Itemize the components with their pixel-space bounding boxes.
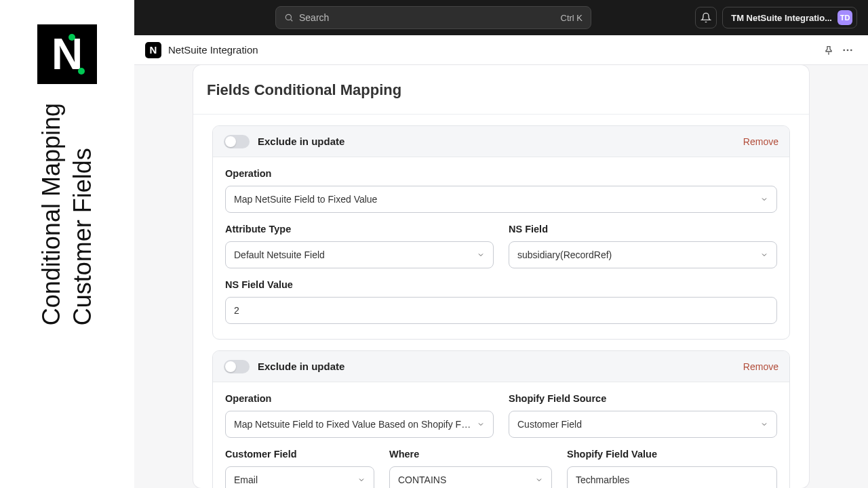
more-button[interactable] xyxy=(838,41,857,60)
left-panel: N Conditional Mapping Customer Fields xyxy=(0,0,134,488)
page-title: Fields Conditional Mapping xyxy=(207,81,795,99)
shopify-source-select[interactable]: Customer Field xyxy=(509,411,777,438)
breadcrumb-bar: N NetSuite Integration xyxy=(134,35,868,65)
exclude-toggle[interactable] xyxy=(224,135,250,148)
search-input[interactable]: Search Ctrl K xyxy=(275,6,591,29)
ns-field-value: subsidiary(RecordRef) xyxy=(517,249,755,260)
shopify-source-value: Customer Field xyxy=(517,419,755,430)
account-dropdown[interactable]: TM NetSuite Integratio... TD xyxy=(722,7,857,28)
attribute-type-value: Default Netsuite Field xyxy=(234,249,471,260)
customer-field-label: Customer Field xyxy=(225,449,374,460)
page-side-title-line1: Customer Fields xyxy=(68,103,97,325)
where-select[interactable]: CONTAINS xyxy=(389,466,552,488)
app-icon: N xyxy=(145,42,161,58)
pin-button[interactable] xyxy=(819,41,838,60)
chevron-down-icon xyxy=(760,195,768,203)
operation-value: Map Netsuite Field to Fixed Value Based … xyxy=(234,419,471,430)
remove-button[interactable]: Remove xyxy=(743,136,778,147)
attribute-type-label: Attribute Type xyxy=(225,224,494,235)
logo-dot-icon xyxy=(68,34,75,41)
svg-point-0 xyxy=(285,14,291,20)
svg-point-4 xyxy=(850,49,852,51)
search-placeholder: Search xyxy=(299,12,561,23)
bell-icon xyxy=(701,12,711,23)
breadcrumb[interactable]: NetSuite Integration xyxy=(168,44,258,56)
exclude-toggle[interactable] xyxy=(224,360,250,373)
mapping-card: Fields Conditional Mapping Exclude in up… xyxy=(193,65,809,488)
shopify-value-label: Shopify Field Value xyxy=(567,449,777,460)
svg-point-2 xyxy=(843,49,845,51)
page-side-title-line2: Conditional Mapping xyxy=(37,103,66,325)
operation-select[interactable]: Map NetSuite Field to Fixed Value xyxy=(225,186,777,213)
shopify-value-text: Techmarbles xyxy=(576,474,629,485)
remove-button[interactable]: Remove xyxy=(743,361,778,372)
ns-field-value-label: NS Field Value xyxy=(225,279,777,290)
operation-label: Operation xyxy=(225,168,777,179)
operation-value: Map NetSuite Field to Fixed Value xyxy=(234,194,755,205)
shopify-source-label: Shopify Field Source xyxy=(509,393,777,404)
chevron-down-icon xyxy=(477,420,485,428)
ns-field-label: NS Field xyxy=(509,224,777,235)
avatar: TD xyxy=(837,10,852,25)
pin-icon xyxy=(823,45,834,56)
logo-dot-icon xyxy=(78,68,85,75)
operation-label: Operation xyxy=(225,393,494,404)
top-bar: Search Ctrl K TM NetSuite Integratio... … xyxy=(134,0,868,35)
search-icon xyxy=(284,13,294,22)
ns-field-select[interactable]: subsidiary(RecordRef) xyxy=(509,241,777,268)
chevron-down-icon xyxy=(477,251,485,259)
ns-field-value-text: 2 xyxy=(234,305,239,316)
notifications-button[interactable] xyxy=(695,7,717,28)
more-horizontal-icon xyxy=(842,44,854,56)
where-value: CONTAINS xyxy=(398,474,530,485)
svg-line-1 xyxy=(291,20,293,22)
chevron-down-icon xyxy=(357,476,366,484)
customer-field-select[interactable]: Email xyxy=(225,466,374,488)
where-label: Where xyxy=(389,449,552,460)
chevron-down-icon xyxy=(760,251,768,259)
mapping-rule: Exclude in update Remove Operation Map N… xyxy=(212,125,790,340)
chevron-down-icon xyxy=(760,420,768,428)
app-logo: N xyxy=(37,24,97,84)
chevron-down-icon xyxy=(535,476,543,484)
page-side-title: Conditional Mapping Customer Fields xyxy=(37,103,97,325)
operation-select[interactable]: Map Netsuite Field to Fixed Value Based … xyxy=(225,411,494,438)
search-shortcut: Ctrl K xyxy=(561,13,583,23)
exclude-label: Exclude in update xyxy=(258,136,344,147)
mapping-rule: Exclude in update Remove Operation Map N… xyxy=(212,350,790,488)
account-name: TM NetSuite Integratio... xyxy=(731,13,832,23)
attribute-type-select[interactable]: Default Netsuite Field xyxy=(225,241,494,268)
svg-point-3 xyxy=(847,49,849,51)
ns-field-value-input[interactable]: 2 xyxy=(225,297,777,324)
exclude-label: Exclude in update xyxy=(258,361,344,372)
customer-field-value: Email xyxy=(234,474,352,485)
shopify-value-input[interactable]: Techmarbles xyxy=(567,466,777,488)
